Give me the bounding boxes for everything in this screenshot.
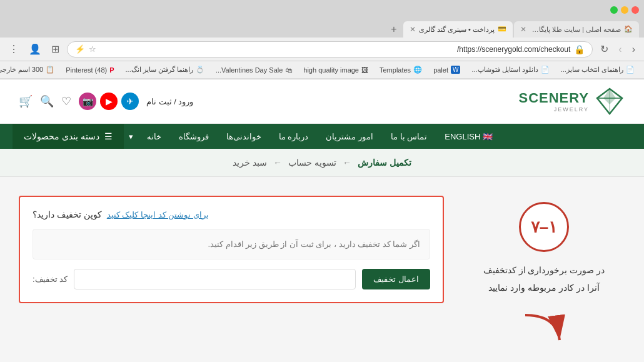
tab-favicon-2: 💳 [498, 25, 506, 34]
bookmark-palet[interactable]: W palet [429, 64, 465, 75]
step-arrow-container [519, 309, 569, 354]
category-menu-button[interactable]: ☰ دسته بندی محصولات [13, 124, 124, 149]
step-circle: ۱–۷ [519, 202, 569, 252]
back-button[interactable]: ‹ [630, 43, 638, 56]
coupon-input-row: اعمال تخفیف کد تخفیف: [33, 269, 430, 289]
nav-contact[interactable]: تماس با ما [382, 124, 436, 149]
bookmark-names[interactable]: 📋 300 اسم خارجی دختر... [0, 64, 59, 75]
wishlist-button[interactable]: ♡ [61, 94, 71, 108]
step-column: ۱–۷ در صورت برخورداری از کدتخفیف آنرا در… [463, 196, 625, 354]
tab-close-2[interactable]: ✕ [410, 25, 416, 34]
bookmark-icon-1: 📄 [626, 66, 635, 74]
coupon-input-label: کد تخفیف: [33, 274, 68, 284]
bookmark-icon-valentines: 🛍 [285, 66, 292, 74]
forward-button[interactable]: › [616, 43, 624, 56]
tabs-bar: 🏠 صفحه اصلی | سایت طلا پایگاه خبر ✕ 💳 پر… [0, 20, 644, 38]
titlebar [0, 0, 644, 20]
new-tab-button[interactable]: + [386, 21, 402, 38]
url-actions: ☆ ⚡ [75, 44, 96, 54]
cart-button[interactable]: 🛒 [19, 94, 33, 108]
breadcrumb-cart[interactable]: سبد خرید [233, 158, 267, 168]
search-button[interactable]: 🔍 [40, 94, 54, 108]
coupon-header: برای نوشتن کد اینجا کلیک کنید کوپن تخفیف… [33, 209, 430, 219]
youtube-icon[interactable]: ▶ [100, 93, 118, 110]
bookmark-valentines[interactable]: 🛍 Valentines Day Sale... [211, 65, 296, 75]
breadcrumb-arrow-1: ← [273, 158, 282, 168]
settings-button[interactable]: ⋮ [6, 42, 21, 56]
tab-favicon-1: 🏠 [624, 25, 633, 34]
breadcrumb-current: تکمیل سفارش [358, 158, 411, 168]
pinterest-icon: P [109, 66, 114, 74]
step-desc-line1: در صورت برخورداری از کدتخفیف [483, 261, 605, 279]
url-text: https://scenerygold.com/checkout/ [100, 45, 570, 54]
coupon-box: برای نوشتن کد اینجا کلیک کنید کوپن تخفیف… [19, 196, 444, 303]
tab-label-2: پرداخت • سینری گند گالری [419, 26, 495, 34]
breadcrumb-tassavie[interactable]: تسویه حساب [288, 158, 336, 168]
bookmark-icon-templates: 🌐 [413, 66, 422, 74]
coupon-header-text: کوپن تخفیف دارید؟ [33, 209, 102, 219]
coupon-info: اگر شما کد تخفیف دارید ، برای ثبت آن از … [33, 229, 430, 259]
refresh-button[interactable]: ↻ [598, 42, 611, 56]
close-window-button[interactable] [631, 6, 639, 14]
tab-close-1[interactable]: ✕ [520, 25, 526, 34]
palet-icon: W [451, 66, 460, 74]
red-arrow-icon [519, 309, 569, 353]
nav-links: ENGLISH 🇬🇧 تماس با ما امور مشتریان دربار… [124, 124, 501, 149]
logo-text: SCENERY [518, 90, 589, 106]
tab-label-1: صفحه اصلی | سایت طلا پایگاه خبر [530, 26, 621, 34]
extensions-button[interactable]: ⊞ [49, 42, 62, 56]
coupon-link[interactable]: برای نوشتن کد اینجا کلیک کنید [107, 210, 209, 219]
instagram-icon[interactable]: 📷 [79, 93, 96, 110]
traffic-lights [610, 6, 639, 14]
step-number: ۱–۷ [531, 218, 557, 237]
breadcrumb-arrow-2: ← [343, 158, 351, 168]
login-link[interactable]: ورود / ثبت نام [146, 97, 193, 106]
coupon-code-input[interactable] [74, 269, 356, 289]
site-header: SCENERY JEWELRY ورود / ثبت نام ✈ ▶ 📷 ♡ 🔍… [0, 79, 644, 124]
minimize-window-button[interactable] [621, 6, 628, 14]
tab-2[interactable]: 💳 پرداخت • سینری گند گالری ✕ [403, 21, 513, 38]
bookmark-2[interactable]: 📄 دانلود استایل فتوشاپ... [467, 64, 553, 75]
step-description: در صورت برخورداری از کدتخفیف آنرا در کاد… [483, 261, 605, 296]
maximize-window-button[interactable] [610, 6, 618, 14]
nav-arrow: ▾ [124, 124, 138, 149]
social-icons: ✈ ▶ 📷 [79, 93, 139, 110]
bookmark-icon-names: 📋 [46, 66, 54, 74]
bookmark-pinterest[interactable]: P (48) Pinterest [61, 65, 118, 75]
nav-home[interactable]: خانه [138, 124, 170, 149]
header-actions: ورود / ثبت نام ✈ ▶ 📷 ♡ 🔍 🛒 [19, 93, 193, 110]
address-bar: ‹ › ↻ 🔒 https://scenerygold.com/checkout… [0, 38, 644, 61]
bookmark-hq-image[interactable]: 🖼 high quality image [299, 65, 373, 75]
nav-english[interactable]: ENGLISH 🇬🇧 [436, 124, 501, 149]
bookmark-star-icon[interactable]: ☆ [89, 44, 96, 54]
url-bar[interactable]: 🔒 https://scenerygold.com/checkout/ ☆ ⚡ [67, 41, 593, 58]
site-nav: ENGLISH 🇬🇧 تماس با ما امور مشتریان دربار… [0, 124, 644, 149]
logo-diamond-icon [594, 86, 625, 117]
nav-about[interactable]: درباره ما [270, 124, 318, 149]
bookmark-templates[interactable]: 🌐 Templates [375, 64, 426, 75]
bookmark-icon-hq: 🖼 [361, 66, 368, 74]
user-profile-button[interactable]: 👤 [26, 42, 44, 56]
tab-1[interactable]: 🏠 صفحه اصلی | سایت طلا پایگاه خبر ✕ [514, 21, 639, 38]
bookmarks-bar: 📄 راهنمای انتخاب سایز... 📄 دانلود استایل… [0, 61, 644, 79]
telegram-icon[interactable]: ✈ [121, 93, 139, 110]
browser-chrome: 🏠 صفحه اصلی | سایت طلا پایگاه خبر ✕ 💳 پر… [0, 0, 644, 79]
step-desc-line2: آنرا در کادر مربوطه وارد نمایید [483, 279, 605, 296]
nav-blog[interactable]: خواندنی‌ها [218, 124, 270, 149]
nav-customer[interactable]: امور مشتریان [317, 124, 382, 149]
extensions-icon[interactable]: ⚡ [75, 44, 85, 54]
coupon-apply-button[interactable]: اعمال تخفیف [362, 269, 430, 289]
website: SCENERY JEWELRY ورود / ثبت نام ✈ ▶ 📷 ♡ 🔍… [0, 79, 644, 362]
breadcrumb: تکمیل سفارش ← تسویه حساب ← سبد خرید [0, 149, 644, 177]
bookmark-icon-ring: 💍 [196, 66, 204, 74]
bookmark-icon-2: 📄 [541, 66, 550, 74]
coupon-column: برای نوشتن کد اینجا کلیک کنید کوپن تخفیف… [19, 196, 444, 303]
category-menu-label: دسته بندی محصولات [24, 131, 99, 141]
bookmark-1[interactable]: 📄 راهنمای انتخاب سایز... [556, 64, 639, 75]
lock-icon: 🔒 [574, 44, 585, 54]
menu-hamburger-icon: ☰ [104, 131, 113, 141]
nav-shop[interactable]: فروشگاه [170, 124, 218, 149]
logo-sub: JEWELRY [518, 106, 589, 113]
bookmark-ring-size[interactable]: 💍 راهنما گرفتن سایز انگ... [121, 64, 209, 75]
main-content: ۱–۷ در صورت برخورداری از کدتخفیف آنرا در… [0, 177, 644, 362]
